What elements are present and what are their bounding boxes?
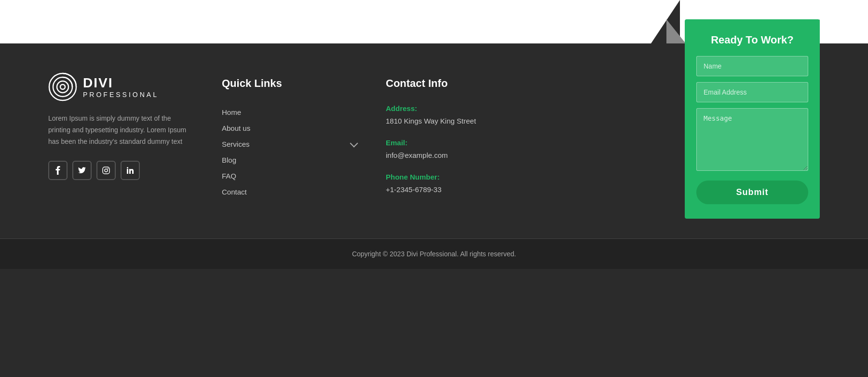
- logo-icon: [48, 72, 77, 101]
- phone-value: +1-2345-6789-33: [386, 184, 550, 195]
- brand-logo: DIVI PROFESSIONAL: [48, 72, 193, 101]
- svg-point-6: [108, 168, 108, 169]
- instagram-icon[interactable]: [96, 161, 116, 180]
- email-value: info@example.com: [386, 150, 550, 161]
- chevron-down-icon: [350, 139, 358, 147]
- quick-links-section: Quick Links Home About us Services Blog …: [222, 72, 357, 200]
- contact-section: Contact Info Address: 1810 Kings Way Kin…: [386, 72, 550, 200]
- brand-name: DIVI PROFESSIONAL: [83, 75, 159, 98]
- brand-description: Lorem Ipsum is simply dummy text of the …: [48, 113, 193, 147]
- social-icons: [48, 161, 193, 180]
- brand-section: DIVI PROFESSIONAL Lorem Ipsum is simply …: [48, 72, 193, 200]
- svg-rect-7: [127, 169, 128, 174]
- footer-bottom: Copyright © 2023 Divi Professional. All …: [0, 238, 868, 269]
- contact-title: Contact Info: [386, 77, 550, 90]
- svg-point-3: [60, 84, 65, 89]
- linkedin-icon[interactable]: [121, 161, 140, 180]
- svg-point-2: [57, 81, 68, 93]
- copyright-text: Copyright © 2023 Divi Professional. All …: [352, 250, 516, 258]
- quick-links-title: Quick Links: [222, 77, 357, 90]
- name-input[interactable]: [696, 56, 808, 76]
- nav-blog[interactable]: Blog: [222, 152, 357, 168]
- nav-services[interactable]: Services: [222, 136, 357, 152]
- nav-about[interactable]: About us: [222, 120, 357, 136]
- phone-label: Phone Number:: [386, 173, 550, 181]
- facebook-icon[interactable]: [48, 161, 68, 180]
- twitter-icon[interactable]: [72, 161, 92, 180]
- nav-home[interactable]: Home: [222, 104, 357, 120]
- address-value: 1810 Kings Way King Street: [386, 115, 550, 127]
- svg-point-5: [105, 169, 108, 172]
- footer-main: DIVI PROFESSIONAL Lorem Ipsum is simply …: [0, 43, 868, 238]
- address-label: Address:: [386, 104, 550, 112]
- email-input[interactable]: [696, 82, 808, 102]
- svg-point-8: [127, 167, 128, 168]
- message-textarea[interactable]: [696, 108, 808, 171]
- brand-professional: PROFESSIONAL: [83, 91, 159, 98]
- submit-button[interactable]: Submit: [696, 181, 808, 204]
- ready-card-title: Ready To Work?: [696, 34, 808, 46]
- brand-divi: DIVI: [83, 75, 159, 91]
- email-label: Email:: [386, 139, 550, 147]
- card-corner-left: [666, 19, 686, 43]
- svg-rect-4: [103, 167, 109, 174]
- ready-to-work-card: Ready To Work? Submit: [685, 19, 820, 219]
- nav-contact[interactable]: Contact: [222, 184, 357, 200]
- nav-faq[interactable]: FAQ: [222, 168, 357, 184]
